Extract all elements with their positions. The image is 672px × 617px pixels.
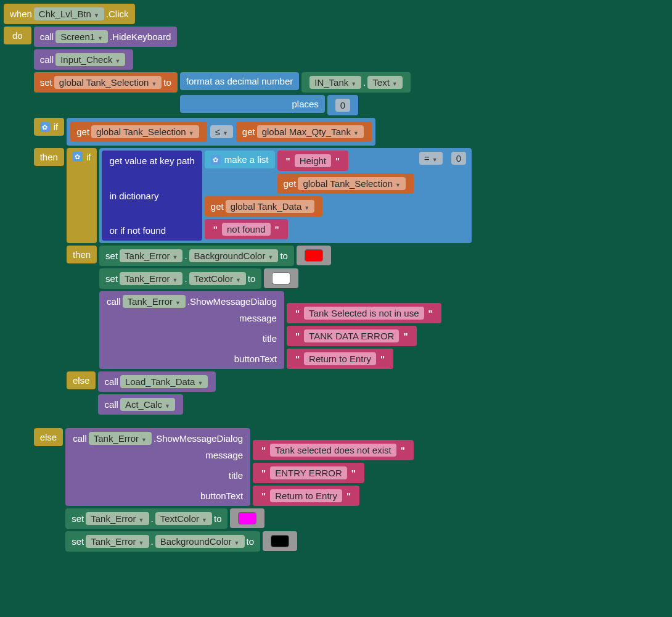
dd[interactable]: IN_Tank▼ xyxy=(309,76,361,89)
var-dd[interactable]: global Tank_Selection▼ xyxy=(54,76,162,89)
color[interactable] xyxy=(297,246,331,265)
if-block[interactable]: ✿if xyxy=(34,118,65,136)
dd[interactable]: Input_Check▼ xyxy=(55,53,125,66)
eq-wrapper[interactable]: get value at key path in dictionary or i… xyxy=(99,148,472,243)
get-var[interactable]: getglobal Max_Qty_Tank▼ xyxy=(236,122,372,142)
color-swatch xyxy=(272,272,290,284)
inner-if[interactable]: ✿if xyxy=(67,148,97,243)
color[interactable] xyxy=(263,531,297,551)
string[interactable]: "TANK DATA ERROR" xyxy=(287,326,417,346)
when-header[interactable]: when Chk_Lvl_Btn▼ .Click xyxy=(4,4,135,24)
color-swatch xyxy=(271,535,289,547)
set-prop[interactable]: setTank_Error▼.TextColor▼to xyxy=(65,508,227,529)
dd[interactable]: Text▼ xyxy=(367,76,402,89)
set-global[interactable]: set global Tank_Selection▼ to xyxy=(34,72,178,93)
get-var[interactable]: getglobal Tank_Selection▼ xyxy=(70,122,207,142)
else-label: else xyxy=(34,428,64,446)
then-label: then xyxy=(67,246,97,263)
get-var[interactable]: getglobal Tank_Selection▼ xyxy=(277,173,414,194)
call-dialog[interactable]: callTank_Error▼.ShowMessageDialog messag… xyxy=(65,428,250,506)
do-label: do xyxy=(4,27,31,44)
when-kw: when xyxy=(10,9,32,19)
op-dd[interactable]: =▼ xyxy=(419,152,443,165)
string[interactable]: "Tank Selected is not in use" xyxy=(287,303,441,323)
root: when Chk_Lvl_Btn▼ .Click do call Screen1… xyxy=(2,2,670,553)
places-val[interactable]: 0 xyxy=(327,95,358,115)
call-proc[interactable]: callAct_Calc▼ xyxy=(98,394,182,415)
string[interactable]: "Height" xyxy=(277,151,349,171)
component-text[interactable]: IN_Tank▼. Text▼ xyxy=(301,72,411,93)
dd[interactable]: Screen1▼ xyxy=(55,30,108,43)
string[interactable]: "Tank selected does not exist" xyxy=(253,440,414,460)
set-prop[interactable]: setTank_Error▼.TextColor▼to xyxy=(99,268,261,289)
gear-icon[interactable]: ✿ xyxy=(40,122,50,132)
compare-block[interactable]: getglobal Tank_Selection▼ ≤▼ getglobal M… xyxy=(67,118,375,146)
format-decimal[interactable]: format as decimal number xyxy=(180,72,299,90)
string[interactable]: "Return to Entry" xyxy=(287,349,393,369)
color[interactable] xyxy=(230,508,264,528)
op-dd[interactable]: ≤▼ xyxy=(210,125,233,138)
color-swatch xyxy=(238,512,256,524)
else-label: else xyxy=(67,371,96,389)
string[interactable]: "ENTRY ERROR" xyxy=(253,463,364,483)
call-proc[interactable]: callLoad_Tank_Data▼ xyxy=(98,371,216,392)
call-hidekeyboard[interactable]: call Screen1▼ .HideKeyboard xyxy=(34,27,178,47)
string[interactable]: "Return to Entry" xyxy=(253,486,359,506)
event: .Click xyxy=(106,9,129,19)
dict-lookup[interactable]: get value at key path in dictionary or i… xyxy=(102,151,202,241)
then-label: then xyxy=(34,148,64,166)
set-prop[interactable]: setTank_Error▼.BackgroundColor▼to xyxy=(65,531,260,552)
set-prop[interactable]: setTank_Error▼.BackgroundColor▼to xyxy=(99,246,294,266)
color[interactable] xyxy=(264,268,298,288)
gear-icon[interactable]: ✿ xyxy=(211,155,221,165)
places-label: places xyxy=(180,95,325,113)
call-inputcheck[interactable]: call Input_Check▼ xyxy=(34,49,134,70)
string[interactable]: "not found" xyxy=(205,219,288,239)
num[interactable]: 0 xyxy=(451,152,466,165)
gear-icon[interactable]: ✿ xyxy=(73,152,83,162)
get-var[interactable]: getglobal Tank_Data▼ xyxy=(205,196,322,217)
make-list[interactable]: ✿make a list xyxy=(205,151,275,168)
call-dialog[interactable]: callTank_Error▼.ShowMessageDialog messag… xyxy=(99,291,284,369)
color-swatch xyxy=(305,249,323,262)
component-dd[interactable]: Chk_Lvl_Btn▼ xyxy=(34,7,104,20)
